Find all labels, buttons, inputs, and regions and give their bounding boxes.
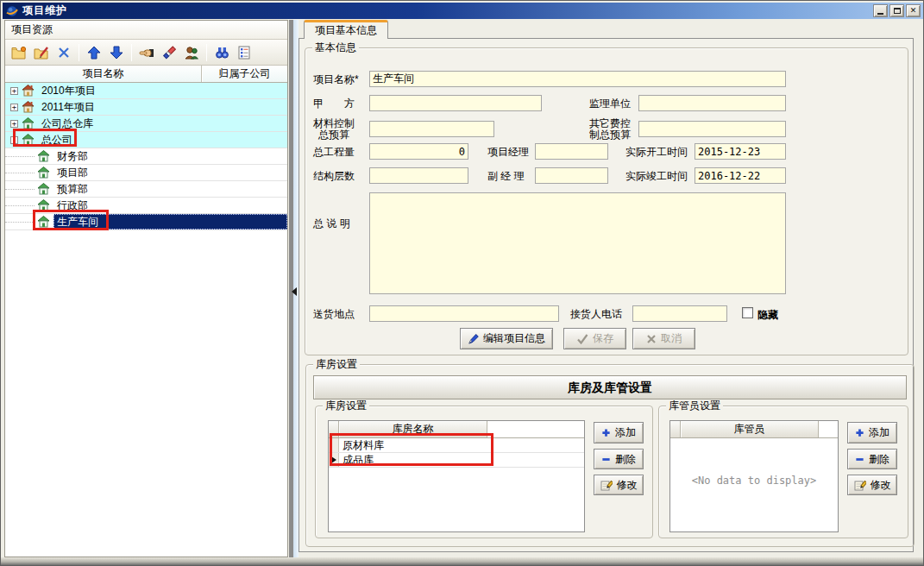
tree-item-finance-dept[interactable]: 财务部 (5, 148, 287, 165)
tree-item-admin-dept[interactable]: 行政部 (5, 198, 287, 214)
description-label: 总 说 明 (313, 217, 350, 230)
other-budget-label: 其它费控 制总预算 (589, 118, 631, 141)
supervisor-input[interactable] (638, 95, 786, 111)
cancel-button[interactable]: 取消 (632, 328, 695, 349)
warehouse-banner: 库房及库管设置 (313, 375, 907, 399)
keeper-grid[interactable]: 库管员 <No data to display> (669, 420, 839, 532)
tree-item-production-workshop[interactable]: 生产车间 (5, 214, 287, 230)
tree-item-project-dept[interactable]: 项目部 (5, 165, 287, 181)
pm-label: 项目经理 (487, 146, 529, 158)
tree-connector (5, 173, 35, 173)
keeper-delete-button[interactable]: 删除 (847, 449, 897, 469)
tree-item-label[interactable]: 总公司 (38, 132, 76, 148)
tab-content: 基本信息 项目名称* 甲 方 监理单位 材料控制 总预算 其它费控 制总预算 总… (299, 38, 914, 552)
tree-item-label[interactable]: 财务部 (53, 148, 91, 164)
description-textarea[interactable] (369, 192, 786, 294)
grid-indicator-column (670, 421, 681, 437)
keeper-modify-label: 修改 (871, 478, 891, 493)
warehouse-delete-button[interactable]: 删除 (594, 449, 644, 469)
collapse-left-icon[interactable] (292, 287, 297, 296)
tree-item-label[interactable]: 2011年项目 (38, 99, 98, 115)
start-date-label: 实际开工时间 (625, 146, 688, 158)
users-icon[interactable] (181, 42, 202, 63)
find-icon[interactable] (211, 42, 232, 63)
title-bar: 项目维护 ✕ (3, 3, 923, 19)
tree-item-label[interactable]: 2010年项目 (38, 83, 99, 98)
tree-item-2011[interactable]: + 2011年项目 (5, 99, 287, 116)
minimize-button[interactable] (873, 4, 888, 17)
panel-splitter[interactable] (289, 20, 299, 557)
tree-item-2010[interactable]: + 2010年项目 (5, 83, 287, 99)
report-icon[interactable] (234, 42, 255, 63)
warehouse-modify-button[interactable]: 修改 (594, 475, 644, 495)
party-a-input[interactable] (369, 95, 542, 111)
plus-icon (601, 428, 611, 437)
project-name-label: 项目名称* (313, 73, 359, 85)
house-icon (37, 183, 50, 195)
tree-item-label[interactable]: 公司总仓库 (38, 116, 97, 131)
keeper-modify-button[interactable]: 修改 (847, 475, 897, 495)
warehouse-add-button[interactable]: 添加 (594, 422, 644, 443)
warehouse-row-finished-goods[interactable]: 成品库 (329, 453, 584, 468)
expand-toggle[interactable]: + (10, 104, 18, 111)
tab-project-basic-info[interactable]: 项目基本信息 (304, 20, 388, 39)
notepad-pencil-icon (600, 480, 613, 491)
delete-icon[interactable] (53, 42, 74, 63)
warehouse-row-label[interactable]: 成品库 (339, 453, 377, 467)
delivery-input[interactable] (369, 305, 559, 322)
project-name-input[interactable] (369, 71, 786, 87)
window-bottom-frame (1, 557, 923, 565)
keeper-group: 库管员设置 库管员 <No data to display> 添加 (658, 406, 908, 538)
material-budget-input[interactable] (369, 121, 494, 137)
other-budget-input[interactable] (638, 121, 786, 137)
menu-project-resources[interactable]: 项目资源 (5, 21, 287, 40)
expand-toggle[interactable]: - (10, 136, 18, 144)
tree-item-budget-dept[interactable]: 预算部 (5, 181, 287, 198)
tree-item-label[interactable]: 生产车间 (53, 214, 287, 230)
expand-toggle[interactable]: + (10, 87, 18, 95)
layers-input[interactable] (369, 167, 468, 184)
save-button[interactable]: 保存 (563, 328, 626, 349)
pen-icon (468, 333, 479, 344)
edit-project-button[interactable]: 编辑项目信息 (460, 328, 553, 349)
layers-label: 结构层数 (313, 170, 355, 182)
maximize-button[interactable] (889, 4, 904, 17)
warehouse-row-label[interactable]: 原材料库 (339, 438, 387, 452)
phone-input[interactable] (632, 305, 727, 322)
deputy-input[interactable] (535, 167, 608, 184)
move-up-icon[interactable] (84, 42, 104, 63)
warehouse-name-header[interactable]: 库房名称 (339, 421, 487, 437)
tree-connector (5, 205, 35, 206)
tree-item-head-office[interactable]: - 总公司 (5, 132, 287, 148)
tree-item-central-warehouse[interactable]: + 公司总仓库 (5, 116, 287, 132)
tree-item-label[interactable]: 行政部 (53, 198, 91, 213)
quantity-input[interactable] (369, 143, 468, 160)
warehouse-grid[interactable]: 库房名称 原材料库 成品库 (328, 420, 585, 532)
hide-checkbox[interactable] (742, 307, 753, 318)
warehouse-section-title: 库房设置 (313, 358, 360, 371)
tree-connector (5, 189, 35, 190)
start-date-input[interactable] (695, 143, 786, 160)
tree-item-label[interactable]: 预算部 (53, 181, 91, 197)
edit-folder-icon[interactable] (31, 42, 52, 63)
new-folder-icon[interactable] (9, 42, 29, 63)
keeper-add-button[interactable]: 添加 (847, 422, 897, 443)
move-down-icon[interactable] (106, 42, 127, 63)
finish-date-input[interactable] (695, 167, 786, 184)
expand-toggle[interactable]: + (10, 120, 18, 128)
column-header-project-name[interactable]: 项目名称 (5, 66, 202, 82)
keeper-header[interactable]: 库管员 (681, 421, 819, 437)
cancel-button-label: 取消 (661, 331, 682, 346)
warehouse-group: 库房设置 库房名称 原材料库 成品库 (315, 406, 653, 538)
column-header-subsidiary[interactable]: 归属子公司 (202, 66, 287, 82)
warehouse-row-raw-material[interactable]: 原材料库 (329, 438, 584, 453)
toolbar-separator (131, 44, 132, 61)
tree-item-label[interactable]: 项目部 (53, 165, 91, 180)
erase-icon[interactable] (159, 42, 179, 63)
close-button[interactable]: ✕ (906, 4, 921, 17)
keeper-grid-header: 库管员 (670, 421, 838, 438)
minus-icon (855, 455, 864, 464)
phone-label: 接货人电话 (570, 308, 622, 320)
pm-input[interactable] (535, 143, 608, 160)
assign-hand-icon[interactable] (136, 42, 157, 63)
